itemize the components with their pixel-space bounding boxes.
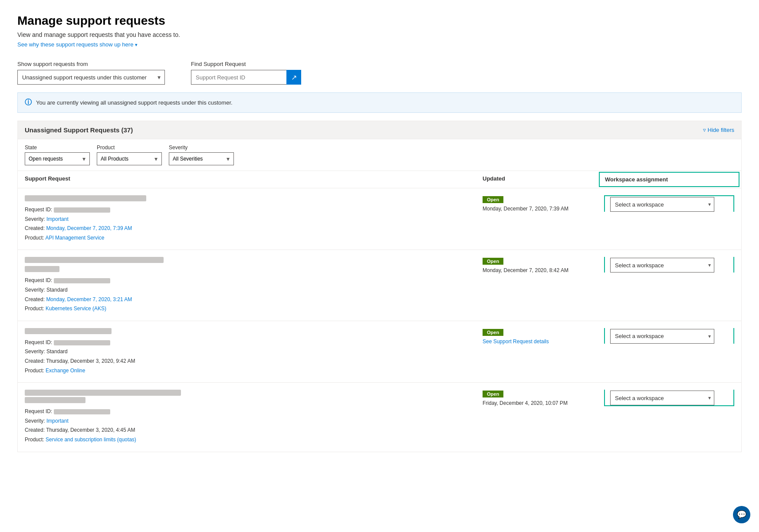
info-banner: ⓘ You are currently viewing all unassign… [17,92,742,113]
table-row: Request ID: Severity: ImportantCreated: … [18,188,741,250]
request-meta: Request ID: Severity: StandardCreated: T… [25,338,483,375]
status-badge: Open [483,391,503,397]
workspace-select[interactable]: Select a workspace [610,391,714,405]
product-filter-label: Product [97,144,162,151]
page-title: Manage support requests [17,14,742,28]
external-link-icon: ↗ [291,73,297,82]
workspace-col: Select a workspace [604,390,734,406]
created-label: Created: [25,225,45,231]
workspace-col: Select a workspace [604,328,734,344]
created-value: Thursday, December 3, 2020, 9:42 AM [46,358,135,364]
created-label: Created: [25,427,45,433]
status-badge: Open [483,329,503,336]
request-id-label: Request ID: [25,277,52,283]
filters-row: State Open requests Product All Products… [18,139,741,171]
request-id-label: Request ID: [25,408,52,414]
request-meta: Request ID: Severity: ImportantCreated: … [25,407,483,444]
product-value[interactable]: API Management Service [45,235,104,241]
workspace-select[interactable]: Select a workspace [610,329,714,344]
created-value[interactable]: Monday, December 7, 2020, 3:21 AM [46,296,132,302]
see-details-link[interactable]: See Support Request details [483,338,604,345]
requests-container: Request ID: Severity: ImportantCreated: … [18,188,741,452]
created-value: Thursday, December 3, 2020, 4:45 AM [46,427,135,433]
severity-value: Standard [46,348,68,355]
state-filter-select[interactable]: Open requests [25,152,90,165]
find-request-label: Find Support Request [191,61,301,67]
filter-icon: ▿ [703,127,706,133]
support-requests-table: Unassigned Support Requests (37) ▿ Hide … [17,121,742,452]
updated-time: Monday, December 7, 2020, 7:39 AM [483,206,604,212]
severity-value: Standard [46,287,68,293]
request-meta: Request ID: Severity: ImportantCreated: … [25,205,483,243]
hide-filters-label: Hide filters [708,127,734,133]
chevron-down-icon: ▾ [135,42,138,47]
product-label: Product: [25,437,44,443]
severity-value[interactable]: Important [46,216,69,222]
severity-label: Severity: [25,418,45,424]
severity-value[interactable]: Important [46,418,69,424]
severity-label: Severity: [25,287,45,293]
severity-filter-label: Severity [169,144,234,151]
table-row: Request ID: Severity: ImportantCreated: … [18,383,741,451]
updated-time: Friday, December 4, 2020, 10:07 PM [483,400,604,406]
status-badge: Open [483,196,503,203]
product-value[interactable]: Kubernetes Service (AKS) [46,305,106,312]
workspace-col: Select a workspace [604,195,734,212]
workspace-col: Select a workspace [604,257,734,273]
see-why-link[interactable]: See why these support requests show up h… [17,41,133,48]
request-title[interactable] [25,390,483,404]
request-title[interactable] [25,195,483,203]
status-badge: Open [483,258,503,265]
severity-label: Severity: [25,216,45,222]
created-value[interactable]: Monday, December 7, 2020, 7:39 AM [46,225,132,231]
request-info: Request ID: Severity: StandardCreated: T… [25,328,483,375]
request-title[interactable] [25,257,483,273]
show-requests-label: Show support requests from [17,61,165,67]
col-header-workspace: Workspace assignment [599,172,739,187]
request-id-label: Request ID: [25,339,52,345]
workspace-select[interactable]: Select a workspace [610,258,714,273]
table-row: Request ID: Severity: StandardCreated: M… [18,250,741,321]
updated-col: OpenFriday, December 4, 2020, 10:07 PM [483,390,604,406]
request-info: Request ID: Severity: ImportantCreated: … [25,390,483,444]
find-request-input[interactable] [191,70,286,85]
request-title[interactable] [25,328,483,335]
state-filter-label: State [25,144,90,151]
show-requests-select[interactable]: Unassigned support requests under this c… [17,70,165,85]
find-request-button[interactable]: ↗ [286,70,301,85]
hide-filters-button[interactable]: ▿ Hide filters [703,127,734,133]
workspace-select[interactable]: Select a workspace [610,197,714,212]
request-meta: Request ID: Severity: StandardCreated: M… [25,276,483,313]
request-info: Request ID: Severity: ImportantCreated: … [25,195,483,243]
product-filter-select[interactable]: All Products [97,152,162,165]
product-value[interactable]: Exchange Online [46,368,85,374]
severity-filter-select[interactable]: All Severities [169,152,234,165]
product-label: Product: [25,368,44,374]
updated-time: Monday, December 7, 2020, 8:42 AM [483,267,604,273]
created-label: Created: [25,296,45,302]
updated-col: OpenSee Support Request details [483,328,604,345]
updated-col: OpenMonday, December 7, 2020, 8:42 AM [483,257,604,273]
table-title: Unassigned Support Requests (37) [25,126,133,134]
info-banner-text: You are currently viewing all unassigned… [36,99,233,106]
table-row: Request ID: Severity: StandardCreated: T… [18,321,741,383]
product-value[interactable]: Service and subscription limits (quotas) [46,437,136,443]
product-label: Product: [25,305,44,312]
col-header-request: Support Request [25,175,483,184]
request-id-label: Request ID: [25,207,52,213]
col-header-updated: Updated [483,175,604,184]
product-label: Product: [25,235,44,241]
updated-col: OpenMonday, December 7, 2020, 7:39 AM [483,195,604,212]
page-subtitle: View and manage support requests that yo… [17,31,742,38]
created-label: Created: [25,358,45,364]
request-info: Request ID: Severity: StandardCreated: M… [25,257,483,313]
severity-label: Severity: [25,348,45,355]
info-icon: ⓘ [25,98,32,107]
